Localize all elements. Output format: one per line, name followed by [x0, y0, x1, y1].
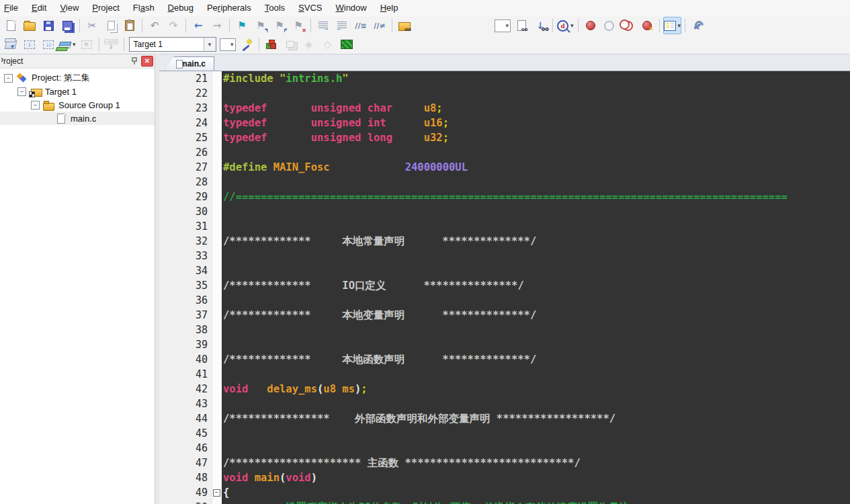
tree-item-project-[interactable]: −Project: 第二集	[0, 71, 155, 85]
menu-item-edit[interactable]: Edit	[25, 0, 53, 16]
find-in-files-folder-icon[interactable]	[396, 17, 413, 34]
code-line-49[interactable]: 49−{	[159, 485, 850, 500]
functions-icon[interactable]: ◇	[319, 36, 337, 53]
navigate-back-icon[interactable]: ←	[189, 17, 207, 34]
code-line-39[interactable]: 39	[159, 337, 850, 352]
code-line-44[interactable]: 44/**************** 外部函数声明和外部变量声明 ******…	[159, 411, 850, 426]
undo-icon[interactable]: ↶	[146, 17, 163, 34]
new-file-icon[interactable]	[2, 17, 19, 34]
code-line-43[interactable]: 43	[159, 396, 850, 411]
code-line-33[interactable]: 33	[159, 249, 850, 263]
rebuild-all-icon[interactable]	[40, 36, 57, 53]
tree-expander-icon[interactable]: −	[31, 101, 40, 110]
menu-item-flash[interactable]: Flash	[126, 0, 161, 16]
disable-all-breakpoints-icon[interactable]	[620, 17, 637, 34]
dropdown-caret-icon[interactable]: ▾	[570, 23, 574, 29]
find-text-combo[interactable]	[494, 17, 511, 34]
stop-build-icon[interactable]	[78, 36, 95, 53]
tree-expander-icon[interactable]: −	[17, 87, 26, 96]
download-icon[interactable]: LOAD⇓	[103, 36, 120, 53]
navigate-forward-icon[interactable]: →	[208, 17, 226, 34]
incremental-find-icon[interactable]: ↓	[532, 17, 549, 34]
save-all-icon[interactable]	[58, 17, 76, 34]
paste-icon[interactable]	[121, 17, 138, 34]
code-line-23[interactable]: 23typedef unsigned char u8;	[159, 101, 850, 116]
insert-breakpoint-icon[interactable]	[582, 17, 599, 34]
code-line-37[interactable]: 37/************* 本地变量声明 **************/	[159, 308, 850, 323]
start-stop-debug-icon[interactable]: ▾	[556, 17, 575, 34]
code-line-24[interactable]: 24typedef unsigned int u16;	[159, 116, 850, 130]
close-icon[interactable]: ✕	[141, 56, 153, 67]
code-editor[interactable]: 21#include "intrins.h"2223typedef unsign…	[159, 71, 850, 504]
menu-item-file[interactable]: File	[0, 0, 25, 16]
code-line-36[interactable]: 36	[159, 293, 850, 308]
dropdown-caret-icon[interactable]: ▾	[73, 42, 76, 48]
options-for-target-icon[interactable]	[238, 36, 255, 53]
code-line-48[interactable]: 48void main(void)	[159, 470, 850, 485]
menu-item-peripherals[interactable]: Peripherals	[200, 0, 258, 16]
menu-item-help[interactable]: Help	[374, 0, 405, 16]
small-dropdown[interactable]	[219, 36, 237, 53]
target-select-combo[interactable]: Target 1▾	[129, 37, 216, 52]
clear-bookmarks-icon[interactable]: ✕⚑	[290, 17, 307, 34]
tree-item-main-c[interactable]: main.c	[0, 112, 155, 125]
combo-dropdown-icon[interactable]: ▾	[204, 38, 216, 51]
save-icon[interactable]	[40, 17, 57, 34]
code-line-34[interactable]: 34	[159, 263, 850, 278]
code-line-50[interactable]: 50 设置程序指令为32位参数，时钟为 两倍 传递指令存储的速度设置为最快	[159, 500, 850, 504]
pin-icon[interactable]	[129, 56, 140, 66]
menu-item-window[interactable]: Window	[329, 0, 373, 16]
fold-marker-icon[interactable]: −	[213, 489, 220, 497]
menu-item-debug[interactable]: Debug	[161, 0, 200, 16]
code-line-30[interactable]: 30	[159, 204, 850, 219]
code-line-26[interactable]: 26	[159, 145, 850, 160]
code-line-31[interactable]: 31	[159, 219, 850, 234]
code-line-32[interactable]: 32/************* 本地常量声明 **************/	[159, 234, 850, 249]
code-line-47[interactable]: 47/********************* 主函数 ***********…	[159, 456, 850, 470]
code-line-41[interactable]: 41	[159, 367, 850, 382]
code-line-21[interactable]: 21#include "intrins.h"	[159, 71, 850, 86]
books-icon[interactable]	[338, 36, 355, 53]
menu-item-view[interactable]: View	[53, 0, 85, 16]
tree-expander-icon[interactable]: −	[4, 74, 13, 83]
window-list-icon[interactable]: ▾	[663, 17, 682, 34]
indent-icon[interactable]	[314, 17, 332, 34]
open-file-icon[interactable]	[21, 17, 38, 34]
menu-item-project[interactable]: Project	[85, 0, 126, 16]
code-line-29[interactable]: 29//====================================…	[159, 190, 850, 204]
cut-icon[interactable]: ✂	[83, 17, 101, 34]
code-line-42[interactable]: 42void delay_ms(u8 ms);	[159, 382, 850, 396]
tree-item-source-group-1[interactable]: −Source Group 1	[0, 98, 155, 112]
code-line-28[interactable]: 28	[159, 175, 850, 190]
file-extensions-icon[interactable]	[282, 36, 299, 53]
kill-all-breakpoints-icon[interactable]	[638, 17, 656, 34]
uncomment-selection-icon[interactable]: //≠	[371, 17, 388, 34]
unindent-icon[interactable]	[333, 17, 351, 34]
component-viewer-icon[interactable]: ◈	[300, 36, 318, 53]
code-line-27[interactable]: 27#define MAIN_Fosc 24000000UL	[159, 160, 850, 175]
tree-item-target-1[interactable]: −Target 1	[0, 85, 155, 98]
code-line-35[interactable]: 35/************* IO口定义 ***************/	[159, 278, 850, 293]
menu-item-tools[interactable]: Tools	[258, 0, 292, 16]
copy-icon[interactable]	[102, 17, 120, 34]
code-line-45[interactable]: 45	[159, 426, 850, 441]
previous-bookmark-icon[interactable]: ↰⚑	[252, 17, 269, 34]
build-icon[interactable]	[21, 36, 38, 53]
code-line-22[interactable]: 22	[159, 86, 850, 101]
batch-build-icon[interactable]: ▾	[58, 36, 77, 53]
code-line-40[interactable]: 40/************* 本地函数声明 **************/	[159, 352, 850, 367]
enable-disable-breakpoint-icon[interactable]	[601, 17, 618, 34]
translate-file-icon[interactable]	[2, 36, 19, 53]
comment-selection-icon[interactable]: //≡	[352, 17, 370, 34]
tab-main-c[interactable]: main.c	[165, 56, 214, 71]
code-line-46[interactable]: 46	[159, 441, 850, 456]
menu-item-svcs[interactable]: SVCS	[292, 0, 329, 16]
code-line-25[interactable]: 25typedef unsigned long u32;	[159, 130, 850, 145]
dropdown-caret-icon[interactable]: ▾	[678, 23, 681, 29]
insert-bookmark-icon[interactable]: ⚑	[233, 17, 251, 34]
next-bookmark-icon[interactable]: ↱⚑	[271, 17, 288, 34]
redo-icon[interactable]: ↷	[165, 17, 182, 34]
code-line-38[interactable]: 38	[159, 323, 850, 337]
manage-project-items-icon[interactable]	[263, 36, 280, 53]
find-in-files-icon[interactable]	[513, 17, 530, 34]
